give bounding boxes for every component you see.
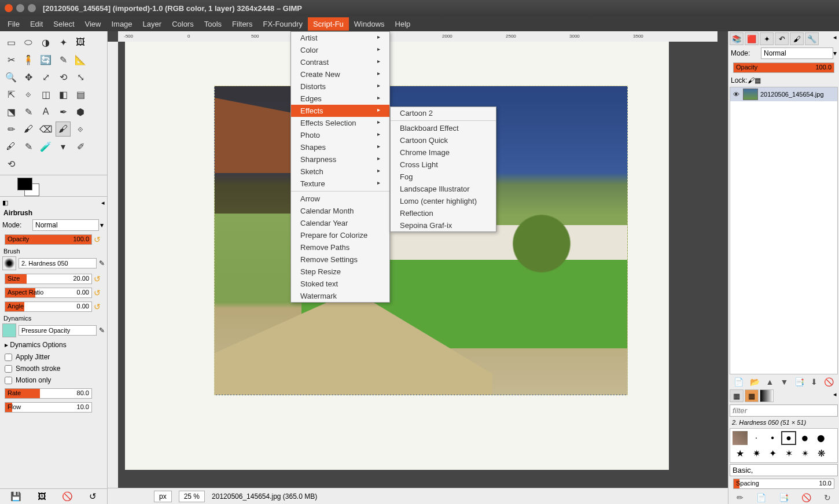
tool-22[interactable]: A — [38, 104, 53, 119]
paths-tab-icon[interactable]: ✦ — [760, 32, 774, 45]
tool-opt-btn-2[interactable]: 🚫 — [62, 491, 73, 502]
tool-24[interactable]: ⬢ — [73, 104, 88, 119]
scriptfu-item-edges[interactable]: Edges — [291, 93, 389, 105]
apply-jitter-checkbox[interactable]: Apply Jitter — [0, 351, 107, 363]
menu-windows[interactable]: Windows — [349, 17, 390, 31]
effects-item-reflection[interactable]: Reflection — [391, 207, 496, 219]
layer-op-1[interactable]: 📂 — [750, 377, 760, 387]
tool-30[interactable]: 🖋 — [3, 139, 19, 154]
patterns-tab-icon[interactable]: ▦ — [745, 389, 759, 402]
tool-12[interactable]: ⤢ — [38, 69, 53, 84]
scriptfu-item-photo[interactable]: Photo — [291, 129, 389, 141]
effects-item-chrome-image[interactable]: Chrome Image — [391, 146, 496, 159]
effects-item-fog[interactable]: Fog — [391, 171, 496, 183]
tool-2[interactable]: ◑ — [38, 35, 53, 50]
brush-edit-icon[interactable]: ✎ — [99, 259, 105, 267]
scriptfu-item-create-new[interactable]: Create New — [291, 68, 389, 80]
dynamics-preview[interactable] — [2, 323, 16, 337]
scriptfu-item-prepare-for-colorize[interactable]: Prepare for Colorize — [291, 229, 389, 241]
brush-tab-icon[interactable]: 🖌 — [790, 32, 804, 45]
brush-grid[interactable]: ·• ● ● ● ★ ✷✦✶✴❋ — [730, 428, 838, 463]
effects-submenu[interactable]: Cartoon 2Blackboard EffectCartoon QuickC… — [390, 106, 496, 232]
layers-list[interactable]: 👁 20120506_145654.jpg — [730, 87, 838, 374]
tool-35[interactable]: ⟲ — [3, 156, 19, 171]
menu-layer[interactable]: Layer — [138, 17, 167, 31]
vertical-ruler[interactable] — [108, 42, 118, 494]
brushes-tab-icon[interactable]: ▦ — [730, 389, 744, 402]
brush-op-4[interactable]: ↻ — [824, 493, 831, 502]
tool-opt-btn-3[interactable]: ↺ — [89, 491, 97, 502]
layer-thumbnail[interactable] — [743, 89, 758, 100]
scriptfu-item-remove-settings[interactable]: Remove Settings — [291, 253, 389, 266]
horizontal-ruler[interactable]: -5000500100015002000250030003500 — [118, 31, 717, 42]
color-swatches[interactable] — [17, 178, 41, 196]
tool-5[interactable]: ✂ — [3, 52, 19, 67]
menu-filters[interactable]: Filters — [227, 17, 257, 31]
minimize-window-button[interactable] — [16, 4, 24, 12]
scriptfu-item-effects-selection[interactable]: Effects Selection — [291, 117, 389, 129]
layer-opacity-slider[interactable]: Opacity100.0 — [733, 62, 834, 73]
tool-8[interactable]: ✎ — [56, 52, 71, 67]
layers-tab-icon[interactable]: 📚 — [730, 32, 744, 45]
rate-slider[interactable]: Rate80.0 — [5, 388, 92, 399]
layer-mode-select[interactable]: Normal — [761, 47, 833, 59]
scriptfu-item-remove-paths[interactable]: Remove Paths — [291, 241, 389, 253]
visibility-icon[interactable]: 👁 — [731, 91, 741, 98]
layer-op-6[interactable]: 🚫 — [824, 377, 834, 387]
brush-name[interactable]: 2. Hardness 050 — [19, 258, 97, 268]
maximize-window-button[interactable] — [28, 4, 36, 12]
scriptfu-item-calendar-month[interactable]: Calendar Month — [291, 205, 389, 217]
effects-item-cartoon-2[interactable]: Cartoon 2 — [391, 107, 496, 119]
dynamics-edit-icon[interactable]: ✎ — [99, 326, 105, 334]
lock-pixels-icon[interactable]: 🖌 — [748, 76, 755, 84]
effects-item-landscape-illustrator[interactable]: Landscape Illustrator — [391, 183, 496, 195]
tool-opt-btn-1[interactable]: 🖼 — [38, 491, 46, 502]
unit-select[interactable]: px — [154, 491, 172, 502]
gradients-tab-icon[interactable] — [760, 389, 774, 402]
scriptfu-item-arrow[interactable]: Arrow — [291, 193, 389, 205]
angle-slider[interactable]: Angle0.00 — [5, 301, 92, 312]
layer-name[interactable]: 20120506_145654.jpg — [760, 91, 824, 98]
scriptfu-item-effects[interactable]: Effects — [291, 105, 389, 117]
tool-6[interactable]: 🧍 — [21, 52, 36, 67]
mode-select[interactable]: Normal — [32, 219, 99, 231]
scriptfu-item-calendar-year[interactable]: Calendar Year — [291, 217, 389, 229]
size-reset-icon[interactable]: ↺ — [92, 274, 102, 284]
scriptfu-item-sharpness[interactable]: Sharpness — [291, 153, 389, 165]
menu-fx-foundry[interactable]: FX-Foundry — [257, 17, 308, 31]
tool-27[interactable]: ⌫ — [38, 122, 53, 137]
tool-1[interactable]: ⬭ — [21, 35, 36, 50]
tool-32[interactable]: 🧪 — [38, 139, 53, 154]
effects-item-blackboard-effect[interactable]: Blackboard Effect — [391, 122, 496, 134]
layer-row[interactable]: 👁 20120506_145654.jpg — [730, 87, 837, 101]
angle-reset-icon[interactable]: ↺ — [92, 302, 102, 311]
smooth-stroke-checkbox[interactable]: Smooth stroke — [0, 363, 107, 374]
menu-view[interactable]: View — [80, 17, 106, 31]
menu-select[interactable]: Select — [48, 17, 79, 31]
zoom-select[interactable]: 25 % — [179, 491, 205, 502]
tool-10[interactable]: 🔍 — [3, 69, 19, 84]
layer-op-0[interactable]: 📄 — [734, 377, 744, 387]
scriptfu-item-shapes[interactable]: Shapes — [291, 141, 389, 153]
scriptfu-dropdown[interactable]: ArtistColorContrastCreate NewDistortsEdg… — [290, 31, 390, 303]
brush-op-3[interactable]: 🚫 — [801, 493, 811, 502]
dynamics-value[interactable]: Pressure Opacity — [19, 325, 97, 336]
brush-op-2[interactable]: 📑 — [779, 493, 789, 502]
scriptfu-item-contrast[interactable]: Contrast — [291, 56, 389, 68]
tool-tab-icon[interactable]: 🔧 — [805, 32, 819, 45]
layer-op-4[interactable]: 📑 — [794, 377, 804, 387]
menu-edit[interactable]: Edit — [25, 17, 48, 31]
tool-11[interactable]: ✥ — [21, 69, 36, 84]
scriptfu-item-color[interactable]: Color — [291, 44, 389, 56]
channels-tab-icon[interactable]: 🟥 — [745, 32, 759, 45]
tool-14[interactable]: ⤡ — [73, 69, 88, 84]
tool-23[interactable]: ✒ — [56, 104, 71, 119]
tool-31[interactable]: ✎ — [21, 139, 36, 154]
tool-33[interactable]: ▾ — [56, 139, 71, 154]
brush-preview[interactable] — [2, 256, 16, 270]
menu-help[interactable]: Help — [390, 17, 416, 31]
dynamics-options-expander[interactable]: ▸ Dynamics Options — [0, 339, 107, 351]
brush-op-1[interactable]: 📄 — [756, 493, 766, 502]
menu-colors[interactable]: Colors — [167, 17, 199, 31]
close-window-button[interactable] — [5, 4, 13, 12]
